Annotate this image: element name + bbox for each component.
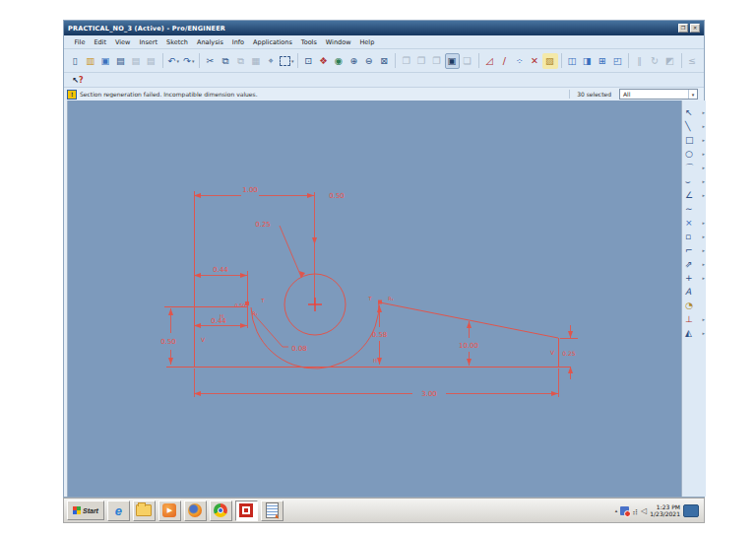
menu-item[interactable]: Info xyxy=(227,38,248,46)
prefs-icon[interactable]: ◰ xyxy=(610,53,625,69)
zoom-out-icon[interactable]: ⊖ xyxy=(362,53,377,69)
dim-0-50-left[interactable]: 0.50 xyxy=(160,338,176,346)
menu-item[interactable]: View xyxy=(110,38,134,46)
undo-icon[interactable]: ↶ ▾ xyxy=(166,53,181,69)
chamfer-tool[interactable]: ∠ ▸ xyxy=(682,188,706,202)
menu-item[interactable]: Insert xyxy=(135,38,162,46)
menu-item[interactable]: Edit xyxy=(90,38,111,46)
paste-special-icon[interactable]: ▦ xyxy=(249,53,264,69)
rectangle-tool[interactable]: □ ▸ xyxy=(682,133,706,147)
print-preview-icon[interactable]: ▤ xyxy=(129,53,144,69)
grid-icon[interactable]: ⊞ xyxy=(596,53,610,69)
zoom-in-icon[interactable]: ⊕ xyxy=(346,53,361,69)
refit-icon[interactable]: ⊠ xyxy=(377,53,392,69)
dim-0-44-top[interactable]: 0.44 xyxy=(213,266,228,274)
cut-icon[interactable]: ✂ xyxy=(203,53,218,69)
window-small-icon[interactable]: ❏ xyxy=(460,53,474,69)
volume-icon[interactable]: ◁ xyxy=(641,506,647,515)
show-desktop-button[interactable] xyxy=(683,504,699,517)
dim-3-00[interactable]: 3.00 xyxy=(421,390,437,398)
modify-tool[interactable]: + ▸ xyxy=(682,271,706,285)
shade-icon[interactable]: ◉ xyxy=(332,53,346,69)
grid-2-icon[interactable]: ◨ xyxy=(580,53,595,69)
dim-0-08[interactable]: 0.08 xyxy=(291,345,307,353)
sketch-highlight-icon[interactable]: ▨ xyxy=(542,53,557,69)
sketch-setup-icon[interactable]: ◿ xyxy=(482,53,497,69)
active-window-icon[interactable]: ▣ xyxy=(445,53,460,69)
circle-center-cross[interactable] xyxy=(308,298,322,311)
text-tool[interactable]: A xyxy=(682,285,706,299)
internet-explorer-icon[interactable] xyxy=(107,501,130,521)
menu-item[interactable]: Sketch xyxy=(162,38,193,46)
sketch-delete-icon[interactable]: ✕ xyxy=(528,53,542,69)
wordpad-icon[interactable] xyxy=(261,501,284,521)
accept-icon[interactable]: ≤ xyxy=(685,53,700,69)
menu-item[interactable]: Analysis xyxy=(192,38,227,46)
palette-tool[interactable]: ◔ xyxy=(682,299,706,312)
close-button[interactable]: ✕ xyxy=(690,24,700,33)
spline-tool[interactable]: ∼ xyxy=(682,202,706,216)
pause-icon[interactable]: ‖ xyxy=(632,53,647,69)
point-tool[interactable]: × ▸ xyxy=(682,216,706,230)
firefox-icon[interactable] xyxy=(184,501,207,521)
file-explorer-icon[interactable] xyxy=(133,501,156,521)
open-icon[interactable]: ▥ xyxy=(83,53,97,69)
paste-icon[interactable]: ⧉ xyxy=(233,53,248,69)
hidden-icons-button[interactable]: ▴ xyxy=(615,507,618,513)
menu-item[interactable]: File xyxy=(70,38,90,46)
menu-item[interactable]: Window xyxy=(321,38,355,46)
media-player-icon[interactable] xyxy=(158,501,181,521)
arc-tool[interactable]: ⌒ ▸ xyxy=(682,161,706,174)
dim-0-25-radius[interactable]: 0.25 xyxy=(255,221,271,229)
stop-icon[interactable]: ◩ xyxy=(662,53,677,69)
circle-tool[interactable]: ○ ▸ xyxy=(682,147,706,161)
trim-tool[interactable]: ◭ ▸ xyxy=(682,326,706,340)
find-icon[interactable]: ⌖ xyxy=(264,53,279,69)
start-button[interactable]: Start xyxy=(67,501,104,520)
network-icon[interactable]: ⣴ xyxy=(632,506,638,515)
selection-box-icon[interactable]: ▾ xyxy=(279,53,293,69)
security-tray-icon[interactable] xyxy=(620,506,629,515)
window-3-icon[interactable]: ❐ xyxy=(429,53,444,69)
save-icon[interactable]: ▣ xyxy=(98,53,113,69)
use-edge-tool[interactable]: ⌐ ▸ xyxy=(682,243,706,257)
weak-dim-0-50[interactable]: 0.50 xyxy=(234,302,245,308)
menu-item[interactable]: Applications xyxy=(249,38,297,46)
dim-10-00[interactable]: 10.00 xyxy=(459,342,478,350)
proe-taskbar-icon[interactable] xyxy=(235,501,258,521)
select-tool[interactable]: ↖ ▸ xyxy=(682,105,706,119)
restore-button[interactable]: ❐ xyxy=(678,24,688,33)
graphics-canvas[interactable]: 1.00 0.50 0.25 0.44 0.44 0.50 0.58 0.08 … xyxy=(68,100,681,497)
chrome-icon[interactable] xyxy=(210,501,232,521)
dim-0-58[interactable]: 0.58 xyxy=(372,331,388,339)
constraint-tool[interactable]: ⊥ ▸ xyxy=(682,312,706,326)
window-2-icon[interactable]: ❐ xyxy=(414,53,429,69)
orient-icon[interactable]: ❖ xyxy=(316,53,331,69)
line-tool[interactable]: ╲ ▸ xyxy=(682,119,706,133)
sketch-dimension-lines[interactable] xyxy=(171,192,579,397)
dim-1-00[interactable]: 1.00 xyxy=(242,186,258,194)
redo-icon[interactable]: ↷ ▾ xyxy=(181,53,196,69)
window-1-icon[interactable]: ❐ xyxy=(399,53,413,69)
new-icon[interactable]: ▯ xyxy=(68,53,83,69)
dimension-tool[interactable]: ⇗ ▸ xyxy=(682,257,706,271)
sketch-line-icon[interactable]: ∕ xyxy=(497,53,512,69)
resume-icon[interactable]: ↻ xyxy=(648,53,662,69)
mail-icon[interactable]: ▤ xyxy=(144,53,158,69)
sketch-canvas[interactable]: 1.00 0.50 0.25 0.44 0.44 0.50 0.58 0.08 … xyxy=(68,100,681,497)
grid-1-icon[interactable]: ◫ xyxy=(565,53,580,69)
context-help-icon[interactable]: ↖ ? xyxy=(70,72,86,88)
sketch-geometry[interactable] xyxy=(164,191,570,368)
dim-0-50-radius[interactable]: 0.50 xyxy=(329,192,345,200)
menu-item[interactable]: Help xyxy=(355,38,379,46)
sketch-tool-glyph: ⊥ xyxy=(685,314,693,324)
sketch-points-icon[interactable]: ⁘ xyxy=(512,53,527,69)
print-icon[interactable]: ▤ xyxy=(113,53,128,69)
selection-filter-dropdown[interactable]: All ▾ xyxy=(619,89,698,100)
coordinate-system-tool[interactable]: ▫ ▸ xyxy=(682,230,706,243)
repaint-icon[interactable]: ⊡ xyxy=(301,53,316,69)
dim-0-25-right[interactable]: 0.25 xyxy=(562,350,576,357)
copy-icon[interactable]: ⧉ xyxy=(219,53,233,69)
fillet-tool[interactable]: ⌣ ▸ xyxy=(682,174,706,188)
menu-item[interactable]: Tools xyxy=(296,38,321,46)
